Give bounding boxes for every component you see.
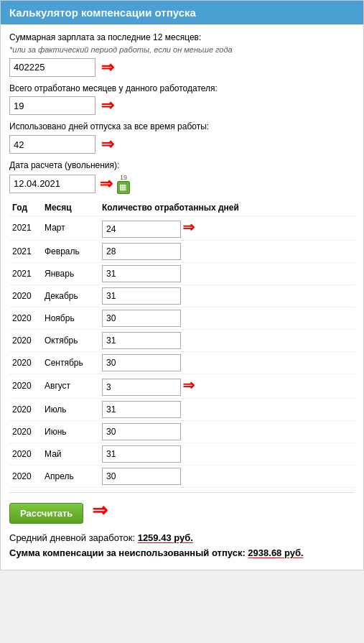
table-row: 2021Март⇐ <box>9 216 355 240</box>
months-worked-section: Всего отработано месяцев у данного работ… <box>9 83 355 116</box>
days-input[interactable] <box>102 332 181 349</box>
calendar-icon[interactable] <box>117 181 130 194</box>
table-row: 2020Май <box>9 443 355 465</box>
days-input[interactable] <box>102 468 181 485</box>
table-row: 2020Июнь <box>9 420 355 443</box>
row-month: Апрель <box>42 465 99 487</box>
row-days <box>99 329 355 351</box>
row-days <box>99 420 355 443</box>
table-row: 2020Сентябрь <box>9 351 355 374</box>
months-worked-input[interactable] <box>9 96 95 115</box>
compensation-result-line: Сумма компенсации за неиспользованный от… <box>9 547 355 558</box>
days-input[interactable] <box>102 401 181 418</box>
table-row: 2020Июль <box>9 398 355 420</box>
results-section: Средний дневной заработок: 1259.43 руб. … <box>9 532 355 558</box>
vacation-days-arrow-indicator: ⇐ <box>101 135 114 154</box>
row-year: 2020 <box>9 285 42 307</box>
table-row: 2020Август⇐ <box>9 374 355 398</box>
days-input[interactable] <box>102 379 181 396</box>
col-year-header: Год <box>9 200 42 216</box>
daily-result-value: 1259.43 руб. <box>138 532 193 543</box>
salary-section: Суммарная зарплата за последние 12 месяц… <box>9 32 355 77</box>
recalc-arrow-indicator: ⇐ <box>92 499 108 522</box>
months-table: Год Месяц Количество отработанных дней 2… <box>9 200 355 488</box>
row-year: 2020 <box>9 374 42 398</box>
row-year: 2020 <box>9 443 42 465</box>
row-year: 2020 <box>9 351 42 374</box>
months-arrow-indicator: ⇐ <box>101 96 114 115</box>
salary-arrow-indicator: ⇐ <box>101 58 114 77</box>
row-month: Октябрь <box>42 329 99 351</box>
row-month: Июль <box>42 398 99 420</box>
vacation-days-label: Использовано дней отпуска за все время р… <box>9 121 355 133</box>
table-header-row: Год Месяц Количество отработанных дней <box>9 200 355 216</box>
row-year: 2021 <box>9 262 42 285</box>
row-month: Сентябрь <box>42 351 99 374</box>
row-month: Январь <box>42 262 99 285</box>
row-month: Февраль <box>42 240 99 262</box>
months-worked-input-row: ⇐ <box>9 96 355 115</box>
table-row: 2020Ноябрь <box>9 307 355 329</box>
row-days <box>99 443 355 465</box>
calculator-title: Калькулятор компенсации отпуска <box>9 6 196 19</box>
row-days: ⇐ <box>99 374 355 398</box>
days-input[interactable] <box>102 445 181 463</box>
table-row: 2021Февраль <box>9 240 355 262</box>
row-year: 2020 <box>9 307 42 329</box>
row-year: 2020 <box>9 465 42 487</box>
row-days: ⇐ <box>99 216 355 240</box>
compensation-result-label: Сумма компенсации за неиспользованный от… <box>9 547 246 558</box>
row-year: 2021 <box>9 240 42 262</box>
row-days <box>99 351 355 374</box>
row-days <box>99 465 355 487</box>
row-arrow-indicator: ⇐ <box>182 376 195 394</box>
days-input[interactable] <box>102 423 181 440</box>
divider <box>9 492 355 493</box>
row-days <box>99 307 355 329</box>
calc-date-label: Дата расчета (увольнения): <box>9 159 355 172</box>
days-input[interactable] <box>102 354 181 371</box>
table-row: 2020Апрель <box>9 465 355 487</box>
row-year: 2020 <box>9 329 42 351</box>
table-row: 2020Декабрь <box>9 285 355 307</box>
col-days-header: Количество отработанных дней <box>99 200 355 216</box>
row-year: 2021 <box>9 216 42 240</box>
calculator-body: Суммарная зарплата за последние 12 месяц… <box>1 24 363 570</box>
table-row: 2020Октябрь <box>9 329 355 351</box>
row-arrow-indicator: ⇐ <box>182 218 195 236</box>
recalc-button[interactable]: Рассчитать <box>9 503 83 524</box>
vacation-days-input-row: ⇐ <box>9 135 355 154</box>
vacation-days-section: Использовано дней отпуска за все время р… <box>9 121 355 154</box>
daily-result-line: Средний дневной заработок: 1259.43 руб. <box>9 532 355 543</box>
calc-date-input-row: ⇐ 19 <box>9 174 355 194</box>
salary-input[interactable] <box>9 58 95 77</box>
calc-date-input[interactable] <box>9 175 95 193</box>
daily-result-label: Средний дневной заработок: <box>9 532 135 543</box>
row-days <box>99 398 355 420</box>
button-row: Рассчитать ⇐ <box>9 497 355 524</box>
col-month-header: Месяц <box>42 200 99 216</box>
days-input[interactable] <box>102 310 181 327</box>
row-month: Март <box>42 216 99 240</box>
days-input[interactable] <box>102 265 181 282</box>
days-input[interactable] <box>102 243 181 260</box>
calendar-tooltip: 19 <box>120 174 127 181</box>
calculator-container: Калькулятор компенсации отпуска Суммарна… <box>0 0 364 570</box>
months-table-body: 2021Март⇐2021Февраль2021Январь2020Декабр… <box>9 216 355 487</box>
vacation-days-input[interactable] <box>9 135 95 154</box>
compensation-result-value: 2938.68 руб. <box>248 547 303 558</box>
row-month: Декабрь <box>42 285 99 307</box>
row-year: 2020 <box>9 398 42 420</box>
calculator-header: Калькулятор компенсации отпуска <box>1 1 363 24</box>
months-worked-label: Всего отработано месяцев у данного работ… <box>9 83 355 95</box>
days-input[interactable] <box>102 287 181 305</box>
days-input[interactable] <box>102 221 181 238</box>
row-days <box>99 285 355 307</box>
row-year: 2020 <box>9 420 42 443</box>
salary-input-row: ⇐ <box>9 58 355 77</box>
table-row: 2021Январь <box>9 262 355 285</box>
row-month: Июнь <box>42 420 99 443</box>
row-days <box>99 262 355 285</box>
row-month: Август <box>42 374 99 398</box>
row-month: Май <box>42 443 99 465</box>
